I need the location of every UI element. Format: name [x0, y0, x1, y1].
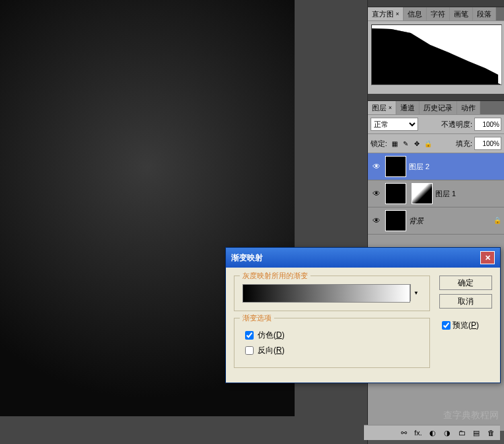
options-group-legend: 渐变选项 — [240, 313, 274, 323]
visibility-eye-icon[interactable]: 👁 — [373, 162, 380, 171]
gradient-preview[interactable] — [242, 284, 410, 303]
dither-option: 仿色(D) — [242, 329, 421, 342]
reverse-label: 反向(R) — [258, 345, 285, 356]
gradient-group-legend: 灰度映射所用的渐变 — [240, 271, 310, 281]
layer-name[interactable]: 背景 — [409, 216, 493, 226]
new-layer-icon[interactable]: ▤ — [471, 427, 482, 438]
tab-paragraph[interactable]: 段落 — [473, 7, 496, 20]
layer-row[interactable]: 👁 背景 🔒 — [368, 207, 504, 235]
tab-history[interactable]: 历史记录 — [419, 101, 457, 114]
gradient-map-dialog: 渐变映射 ✕ 灰度映射所用的渐变 ▼ 渐变选项 仿色(D) 反向(R) — [225, 247, 501, 383]
lock-all-icon[interactable]: 🔒 — [423, 139, 433, 148]
fx-icon[interactable]: fx. — [413, 427, 423, 438]
lock-pixels-icon[interactable]: ✎ — [401, 139, 410, 148]
tab-info[interactable]: 信息 — [404, 7, 427, 20]
watermark-text: 查字典教程网 — [443, 410, 499, 422]
tab-channels[interactable]: 通道 — [396, 101, 419, 114]
layer-row[interactable]: 👁 图层 1 — [368, 180, 504, 207]
preview-label: 预览(P) — [452, 320, 479, 331]
layers-footer: ⚯ fx. ◐ ◑ 🗀 ▤ 🗑 — [364, 425, 500, 440]
lock-transparency-icon[interactable]: ▦ — [390, 139, 399, 148]
cancel-button[interactable]: 取消 — [439, 294, 492, 309]
close-icon[interactable]: × — [396, 11, 399, 17]
ok-button[interactable]: 确定 — [439, 276, 492, 290]
opacity-label: 不透明度: — [441, 120, 472, 128]
histogram-chart — [371, 24, 502, 85]
link-icon[interactable]: ⚯ — [398, 427, 409, 438]
dialog-titlebar[interactable]: 渐变映射 ✕ — [226, 248, 500, 268]
dialog-body: 灰度映射所用的渐变 ▼ 渐变选项 仿色(D) 反向(R) 确定 — [226, 268, 500, 383]
layer-options-row1: 正常 不透明度: — [368, 115, 504, 134]
panel-grip[interactable] — [368, 0, 504, 7]
layer-row[interactable]: 👁 图层 2 — [368, 153, 504, 180]
mask-icon[interactable]: ◐ — [427, 427, 438, 438]
tab-layers[interactable]: 图层× — [368, 101, 396, 114]
panel-grip[interactable] — [368, 94, 504, 101]
blend-mode-select[interactable]: 正常 — [371, 118, 418, 131]
tab-histogram[interactable]: 直方图× — [368, 7, 404, 20]
visibility-eye-icon[interactable]: 👁 — [373, 189, 380, 198]
adjustment-icon[interactable]: ◑ — [442, 427, 452, 438]
tab-brush[interactable]: 画笔 — [450, 7, 473, 20]
layer-thumbnail[interactable] — [385, 210, 406, 231]
gradient-options-group: 渐变选项 仿色(D) 反向(R) — [234, 318, 430, 368]
preview-checkbox[interactable] — [442, 321, 450, 330]
reverse-option: 反向(R) — [242, 344, 421, 357]
tab-actions[interactable]: 动作 — [457, 101, 480, 114]
tab-character[interactable]: 字符 — [427, 7, 450, 20]
layers-tabs: 图层× 通道 历史记录 动作 — [368, 101, 504, 115]
histogram-body — [368, 21, 504, 94]
dither-checkbox[interactable] — [245, 331, 254, 340]
fill-label: 填充: — [456, 139, 472, 147]
visibility-eye-icon[interactable]: 👁 — [373, 216, 380, 225]
preview-option: 预览(P) — [439, 319, 492, 332]
opacity-input[interactable] — [474, 118, 501, 131]
layer-thumbnail[interactable] — [385, 156, 406, 177]
layer-options-row2: 锁定: ▦ ✎ ✥ 🔒 填充: — [368, 134, 504, 153]
layer-mask-thumbnail[interactable] — [412, 183, 433, 204]
lock-position-icon[interactable]: ✥ — [412, 139, 421, 148]
dialog-title-text: 渐变映射 — [231, 252, 263, 264]
reverse-checkbox[interactable] — [245, 346, 254, 355]
layer-name[interactable]: 图层 1 — [435, 189, 501, 199]
folder-icon[interactable]: 🗀 — [456, 427, 467, 438]
dialog-close-button[interactable]: ✕ — [480, 251, 495, 264]
gradient-dropdown-button[interactable]: ▼ — [410, 284, 421, 301]
fill-input[interactable] — [474, 137, 501, 150]
trash-icon[interactable]: 🗑 — [486, 427, 496, 438]
gradient-group: 灰度映射所用的渐变 ▼ — [234, 276, 430, 311]
dither-label: 仿色(D) — [258, 330, 285, 341]
layer-name[interactable]: 图层 2 — [409, 162, 501, 172]
close-icon[interactable]: × — [388, 104, 392, 111]
layer-thumbnail[interactable] — [385, 183, 406, 204]
lock-icon: 🔒 — [493, 217, 501, 225]
histogram-tabs: 直方图× 信息 字符 画笔 段落 — [368, 7, 504, 21]
lock-label: 锁定: — [371, 139, 387, 149]
